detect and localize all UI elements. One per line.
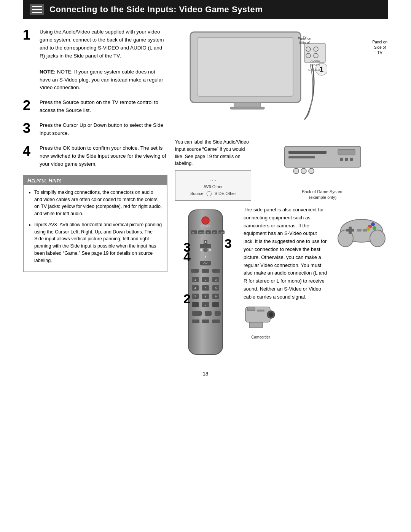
svg-rect-2 bbox=[234, 102, 261, 107]
svg-point-7 bbox=[306, 53, 311, 58]
svg-text:▲: ▲ bbox=[204, 240, 207, 243]
step-3: 3 Press the Cursor Up or Down button to … bbox=[23, 121, 167, 137]
svg-text:0: 0 bbox=[205, 303, 207, 307]
bottom-section: POWER VCR DVD TV SAT AMP bbox=[175, 206, 388, 359]
right-column: 1 Panel on Side of TV AUDIO VIDEO S-VIDE… bbox=[175, 28, 388, 359]
camcorder-label: Camcorder bbox=[251, 334, 270, 340]
svg-text:S-VIDEO: S-VIDEO bbox=[308, 68, 320, 72]
svg-rect-88 bbox=[249, 322, 263, 328]
svg-text:8: 8 bbox=[205, 295, 207, 298]
page-wrapper: Connecting to the Side Inputs: Video Gam… bbox=[0, 0, 411, 532]
game-system-area: Back of Game System (example only) bbox=[257, 139, 388, 201]
svg-text:3: 3 bbox=[215, 278, 217, 281]
step-1-note: NOTE: NOTE: If your game system cable do… bbox=[40, 69, 163, 91]
header-bar: Connecting to the Side Inputs: Video Gam… bbox=[23, 0, 388, 19]
svg-text:DVD: DVD bbox=[199, 232, 204, 234]
svg-rect-87 bbox=[247, 307, 255, 311]
svg-text:VCR: VCR bbox=[192, 232, 196, 234]
svg-rect-20 bbox=[338, 149, 355, 155]
hint-1: To simplify making connections, the conn… bbox=[34, 189, 162, 217]
step-1-number: 1 bbox=[23, 28, 35, 42]
svg-rect-79 bbox=[212, 320, 220, 323]
svg-point-92 bbox=[370, 230, 385, 247]
svg-point-97 bbox=[371, 222, 375, 226]
middle-left: You can label the Side Audio/Video input… bbox=[175, 139, 251, 201]
svg-point-6 bbox=[314, 47, 318, 51]
svg-rect-78 bbox=[202, 320, 209, 323]
step-1-text: Using the Audio/Video cable supplied wit… bbox=[40, 28, 167, 92]
step-4-text: Press the OK button to confirm your choi… bbox=[40, 144, 167, 168]
svg-rect-50 bbox=[202, 269, 209, 273]
svg-rect-19 bbox=[288, 156, 315, 158]
svg-rect-100 bbox=[363, 229, 367, 232]
remote-svg: POWER VCR DVD TV SAT AMP bbox=[175, 206, 236, 358]
svg-text:SAT: SAT bbox=[213, 232, 217, 234]
step-2-number: 2 bbox=[23, 99, 35, 112]
screen-line1: AV6:Other bbox=[204, 184, 223, 189]
svg-text:Side of: Side of bbox=[299, 41, 310, 45]
svg-text:TV: TV bbox=[207, 232, 209, 234]
hint-2: Inputs AV3–AV6 allow horizontal and vert… bbox=[34, 221, 162, 264]
svg-rect-18 bbox=[288, 151, 327, 154]
step-4-number: 4 bbox=[23, 144, 35, 158]
middle-row: You can label the Side Audio/Video input… bbox=[175, 139, 388, 201]
remote-illustration: POWER VCR DVD TV SAT AMP bbox=[175, 206, 236, 359]
svg-rect-1 bbox=[198, 37, 293, 96]
svg-rect-73 bbox=[212, 302, 219, 307]
main-layout: 1 Using the Audio/Video cable supplied w… bbox=[23, 28, 388, 359]
svg-point-26 bbox=[309, 168, 314, 174]
svg-rect-94 bbox=[349, 227, 352, 234]
svg-text:POWER: POWER bbox=[201, 225, 210, 228]
tv-illustration-area: 1 Panel on Side of TV AUDIO VIDEO S-VIDE… bbox=[175, 28, 388, 135]
side-panel-text-area: The side panel is also convenient for co… bbox=[244, 206, 327, 340]
svg-text:2: 2 bbox=[183, 291, 191, 306]
step-4: 4 Press the OK button to confirm your ch… bbox=[23, 144, 167, 168]
hints-body: To simplify making connections, the conn… bbox=[24, 185, 167, 272]
step-3-number: 3 bbox=[23, 121, 35, 135]
svg-text:AUDIO: AUDIO bbox=[311, 59, 320, 62]
svg-text:9: 9 bbox=[215, 295, 217, 298]
svg-point-8 bbox=[314, 53, 318, 58]
step-2-text: Press the Source button on the TV remote… bbox=[40, 99, 167, 115]
game-controller-area bbox=[335, 210, 388, 248]
svg-rect-75 bbox=[205, 311, 212, 316]
svg-text:◀: ◀ bbox=[199, 248, 202, 252]
camcorder-container: Camcorder bbox=[244, 305, 278, 340]
svg-rect-76 bbox=[215, 311, 221, 316]
svg-rect-70 bbox=[192, 302, 199, 307]
svg-point-86 bbox=[269, 312, 273, 317]
svg-text:2: 2 bbox=[205, 278, 207, 281]
svg-text:3: 3 bbox=[183, 240, 191, 254]
hints-box: Helpful Hints To simplify making connect… bbox=[23, 175, 167, 273]
svg-text:▼: ▼ bbox=[204, 255, 207, 259]
svg-text:7: 7 bbox=[194, 295, 196, 298]
side-panel-paragraph: The side panel is also convenient for co… bbox=[244, 206, 327, 301]
svg-rect-77 bbox=[192, 320, 199, 323]
svg-text:1: 1 bbox=[320, 66, 323, 73]
svg-text:TV: TV bbox=[302, 35, 307, 39]
camcorder-area: Camcorder bbox=[244, 305, 327, 340]
label-caption-text: You can label the Side Audio/Video input… bbox=[175, 139, 251, 167]
page-title: Connecting to the Side Inputs: Video Gam… bbox=[49, 5, 263, 14]
svg-text:VIDEO: VIDEO bbox=[311, 64, 320, 67]
svg-text:6: 6 bbox=[215, 286, 217, 290]
tv-svg: 1 Panel on Side of TV AUDIO VIDEO S-VIDE… bbox=[175, 28, 327, 135]
svg-text:4: 4 bbox=[194, 286, 196, 290]
svg-point-24 bbox=[293, 168, 299, 174]
svg-rect-89 bbox=[257, 310, 264, 312]
svg-rect-51 bbox=[212, 269, 220, 273]
svg-point-5 bbox=[306, 47, 311, 51]
svg-rect-3 bbox=[230, 107, 264, 109]
step-2: 2 Press the Source button on the TV remo… bbox=[23, 99, 167, 115]
svg-point-96 bbox=[373, 226, 376, 230]
panel-label: Panel on Side of TV bbox=[373, 40, 387, 56]
input-icon bbox=[30, 4, 44, 15]
svg-rect-49 bbox=[191, 269, 199, 273]
game-system-svg bbox=[281, 139, 365, 188]
svg-text:AMP: AMP bbox=[219, 232, 224, 234]
left-column: 1 Using the Audio/Video cable supplied w… bbox=[23, 28, 175, 359]
svg-point-42 bbox=[203, 248, 208, 252]
game-system-label: Back of Game System (example only) bbox=[302, 189, 343, 201]
camcorder-svg bbox=[244, 305, 278, 334]
step-1: 1 Using the Audio/Video cable supplied w… bbox=[23, 28, 167, 92]
